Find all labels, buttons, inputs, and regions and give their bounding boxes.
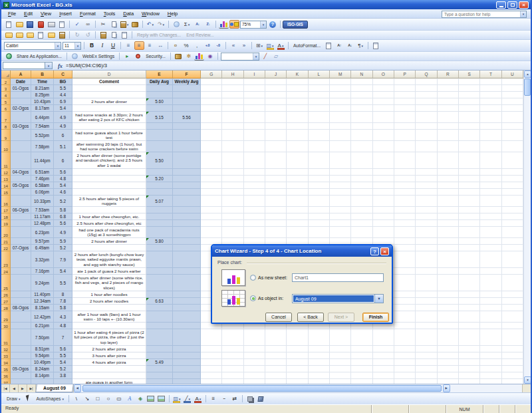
arrow-style-icon[interactable]: ⇄ bbox=[229, 394, 239, 403]
share-as-application-globe-icon[interactable] bbox=[4, 52, 14, 61]
cell-d25[interactable]: 2 hours after dinner (some white rice, f… bbox=[72, 275, 146, 291]
row-header-35[interactable]: 35 bbox=[1, 366, 11, 372]
cell-a29[interactable] bbox=[11, 311, 31, 323]
research-icon[interactable]: ∞ bbox=[83, 20, 93, 29]
name-box[interactable] bbox=[3, 62, 45, 69]
cell-d29[interactable]: after 1 hour walk (9am) and 1 hour swim … bbox=[72, 311, 146, 323]
as-object-in-radio[interactable] bbox=[250, 295, 256, 301]
empty-columns[interactable] bbox=[201, 329, 531, 346]
cell-e25[interactable] bbox=[146, 275, 173, 291]
cell-d33[interactable]: 3 hours after pizza bbox=[72, 352, 146, 359]
row-header-5[interactable]: 5 bbox=[1, 98, 11, 105]
menu-tools[interactable]: Tools bbox=[100, 10, 120, 17]
empty-columns[interactable] bbox=[201, 105, 531, 112]
align-right-icon[interactable]: ≡ bbox=[145, 41, 155, 50]
col-header-t[interactable]: T bbox=[480, 70, 501, 78]
print-icon[interactable] bbox=[47, 20, 57, 29]
drawing-icon[interactable] bbox=[229, 20, 239, 29]
row-header-22[interactable]: 22 bbox=[1, 245, 11, 251]
cell-a24[interactable] bbox=[11, 268, 31, 275]
oval-icon[interactable]: ○ bbox=[103, 394, 113, 403]
object-in-sheet-combo[interactable]: August 09 ▼ bbox=[292, 294, 384, 303]
cell-e28[interactable] bbox=[146, 305, 173, 311]
cell-a30[interactable] bbox=[11, 323, 31, 329]
cell-e6[interactable] bbox=[146, 105, 173, 112]
cell-f8[interactable] bbox=[173, 123, 201, 130]
reviewing-pane-icon[interactable] bbox=[120, 31, 130, 39]
shadow-style-icon[interactable] bbox=[245, 394, 255, 403]
horizontal-scroll-thumb[interactable] bbox=[82, 385, 442, 392]
formula-text[interactable]: =SUM(C94:C96)/3 bbox=[66, 63, 107, 69]
cell-e17[interactable] bbox=[146, 207, 173, 213]
cell-d30[interactable] bbox=[72, 323, 146, 329]
tools-icon[interactable]: ✻ bbox=[184, 52, 194, 61]
cell-e7[interactable]: 5.15 bbox=[146, 112, 173, 123]
undo-icon[interactable]: ↶▾ bbox=[146, 20, 156, 29]
empty-columns[interactable] bbox=[201, 92, 531, 98]
row-header-15[interactable]: 15 bbox=[1, 189, 11, 196]
row-header-33[interactable]: 33 bbox=[1, 352, 11, 359]
cell-e33[interactable] bbox=[146, 352, 173, 359]
cell-d20[interactable]: had one pack of macadamia nuts (15g) at … bbox=[72, 227, 146, 238]
cell-c26[interactable]: 8 bbox=[54, 291, 72, 298]
cell-a33[interactable] bbox=[11, 352, 31, 359]
cell-f6[interactable] bbox=[173, 105, 201, 112]
cell-d31[interactable]: 1 hour after eating 4 pieces of pizza (2… bbox=[72, 329, 146, 346]
col-header-e[interactable]: E bbox=[146, 70, 173, 78]
col-header-q[interactable]: Q bbox=[416, 70, 437, 78]
cell-f2[interactable]: Weekly Avg bbox=[173, 78, 201, 85]
edit-tool-icon[interactable] bbox=[173, 52, 183, 61]
restore-button[interactable] bbox=[507, 1, 517, 9]
fill-color-icon[interactable]: ▨▾ bbox=[265, 41, 275, 50]
col-header-g[interactable]: G bbox=[201, 70, 222, 78]
cell-f34[interactable] bbox=[173, 359, 201, 366]
row-header-14[interactable]: 14 bbox=[1, 182, 11, 189]
empty-columns[interactable] bbox=[201, 196, 531, 207]
cell-e22[interactable] bbox=[146, 245, 173, 251]
cell-c36[interactable]: 3.8 bbox=[54, 372, 72, 379]
col-header-m[interactable]: M bbox=[330, 70, 351, 78]
draw-border-pencil-icon[interactable]: ╱ bbox=[260, 52, 270, 61]
vertical-scrollbar[interactable]: ▲ ▼ bbox=[523, 70, 531, 384]
cell-a17[interactable]: 06-Ogos bbox=[11, 207, 31, 213]
cell-b13[interactable]: 7.46pm bbox=[31, 176, 54, 182]
align-left-icon[interactable]: ≡ bbox=[124, 41, 134, 50]
cell-f15[interactable] bbox=[173, 189, 201, 196]
cell-f19[interactable] bbox=[173, 220, 201, 227]
row-header-29[interactable]: 29 bbox=[1, 311, 11, 323]
empty-columns[interactable] bbox=[201, 227, 531, 238]
increase-indent-icon[interactable]: » bbox=[239, 41, 249, 50]
col-header-r[interactable]: R bbox=[438, 70, 459, 78]
row-header-28[interactable]: 28 bbox=[1, 305, 11, 311]
cell-f16[interactable] bbox=[173, 196, 201, 207]
cell-d4[interactable] bbox=[72, 92, 146, 98]
clip-art-icon[interactable] bbox=[146, 394, 156, 403]
col-header-p[interactable]: P bbox=[394, 70, 416, 78]
draw-menu-button[interactable]: Draw▾ bbox=[4, 396, 23, 402]
cell-c19[interactable]: 5.6 bbox=[54, 220, 72, 227]
cell-b7[interactable]: 6.44pm bbox=[31, 112, 54, 123]
wordart-icon[interactable]: A bbox=[124, 394, 134, 403]
row-header-24[interactable]: 24 bbox=[1, 268, 11, 275]
empty-columns[interactable] bbox=[201, 98, 531, 105]
cell-b16[interactable]: 10.33pm bbox=[31, 196, 54, 207]
cell-d28[interactable] bbox=[72, 305, 146, 311]
empty-columns[interactable] bbox=[201, 189, 531, 196]
finish-button[interactable]: Finish bbox=[362, 313, 389, 322]
chart-wizard-icon[interactable] bbox=[219, 20, 229, 29]
cell-b4[interactable]: 8.25pm bbox=[31, 92, 54, 98]
combo-dropdown-icon[interactable]: ▼ bbox=[374, 295, 383, 303]
cell-f18[interactable] bbox=[173, 213, 201, 220]
help-search-box[interactable]: ▾ bbox=[442, 11, 527, 18]
cell-f35[interactable] bbox=[173, 366, 201, 372]
cell-c17[interactable]: 5.8 bbox=[54, 207, 72, 213]
row-header-12[interactable]: 12 bbox=[1, 169, 11, 176]
3d-style-icon[interactable] bbox=[255, 394, 265, 403]
scroll-down-icon[interactable]: ▼ bbox=[524, 376, 531, 384]
cell-b18[interactable]: 11.17am bbox=[31, 213, 54, 220]
autosum-icon[interactable]: Σ▾ bbox=[182, 20, 192, 29]
cell-d5[interactable]: 2 hours after dinner bbox=[72, 98, 146, 105]
insert-hyperlink-icon[interactable] bbox=[172, 20, 182, 29]
row-header-30[interactable]: 30 bbox=[1, 323, 11, 329]
currency-style-icon[interactable]: ¤ bbox=[171, 41, 181, 50]
